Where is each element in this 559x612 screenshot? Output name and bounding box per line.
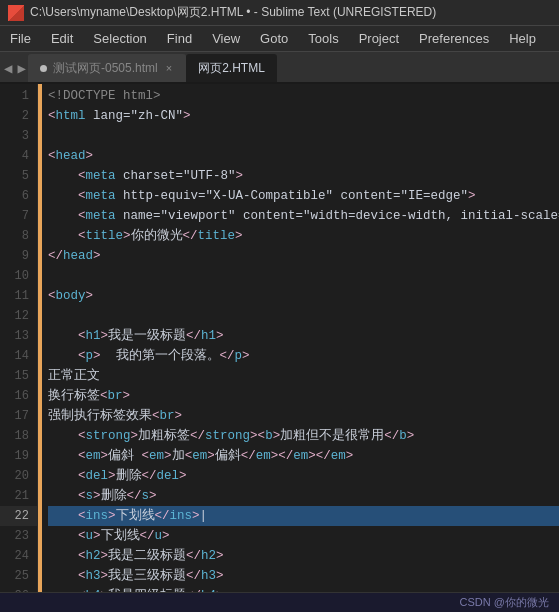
- app-icon: [8, 5, 24, 21]
- line-number-6: 6: [0, 186, 37, 206]
- menu-item-project[interactable]: Project: [349, 26, 409, 51]
- line-gutter: 1234567891011121314151617181920212223242…: [0, 84, 38, 592]
- menu-item-find[interactable]: Find: [157, 26, 202, 51]
- line-number-12: 12: [0, 306, 37, 326]
- title-text: C:\Users\myname\Desktop\网页2.HTML • - Sub…: [30, 4, 436, 21]
- line-number-15: 15: [0, 366, 37, 386]
- title-bar: C:\Users\myname\Desktop\网页2.HTML • - Sub…: [0, 0, 559, 26]
- editor-wrapper: 1234567891011121314151617181920212223242…: [0, 84, 559, 592]
- tab-modified-dot: [40, 65, 47, 72]
- code-line-25: <h3>我是三级标题</h3>: [48, 566, 559, 586]
- code-line-16: 换行标签<br>: [48, 386, 559, 406]
- line-number-20: 20: [0, 466, 37, 486]
- line-number-1: 1: [0, 86, 37, 106]
- tab-close-button[interactable]: ×: [164, 60, 174, 76]
- line-number-7: 7: [0, 206, 37, 226]
- nav-arrows: ◀ ▶: [2, 54, 28, 82]
- code-line-3: [48, 126, 559, 146]
- line-number-25: 25: [0, 566, 37, 586]
- menu-bar: FileEditSelectionFindViewGotoToolsProjec…: [0, 26, 559, 52]
- code-line-4: <head>: [48, 146, 559, 166]
- menu-item-goto[interactable]: Goto: [250, 26, 298, 51]
- menu-item-view[interactable]: View: [202, 26, 250, 51]
- line-number-18: 18: [0, 426, 37, 446]
- line-number-19: 19: [0, 446, 37, 466]
- code-line-24: <h2>我是二级标题</h2>: [48, 546, 559, 566]
- code-line-21: <s>删除</s>: [48, 486, 559, 506]
- line-number-2: 2: [0, 106, 37, 126]
- code-line-15: 正常正文: [48, 366, 559, 386]
- nav-left-arrow[interactable]: ◀: [2, 60, 14, 77]
- code-line-22: <ins>下划线</ins>|: [48, 506, 559, 526]
- code-area[interactable]: <!DOCTYPE html><html lang="zh-CN"> <head…: [42, 84, 559, 592]
- line-number-22: 22: [0, 506, 37, 526]
- line-number-3: 3: [0, 126, 37, 146]
- code-line-13: <h1>我是一级标题</h1>: [48, 326, 559, 346]
- code-line-11: <body>: [48, 286, 559, 306]
- line-number-26: 26: [0, 586, 37, 592]
- code-line-2: <html lang="zh-CN">: [48, 106, 559, 126]
- line-number-14: 14: [0, 346, 37, 366]
- code-line-6: <meta http-equiv="X-UA-Compatible" conte…: [48, 186, 559, 206]
- status-text: CSDN @你的微光: [460, 595, 549, 610]
- line-number-23: 23: [0, 526, 37, 546]
- line-number-24: 24: [0, 546, 37, 566]
- code-line-8: <title>你的微光</title>: [48, 226, 559, 246]
- code-line-12: [48, 306, 559, 326]
- tab-1[interactable]: 网页2.HTML: [186, 54, 277, 82]
- code-line-5: <meta charset="UTF-8">: [48, 166, 559, 186]
- line-number-13: 13: [0, 326, 37, 346]
- code-line-7: <meta name="viewport" content="width=dev…: [48, 206, 559, 226]
- line-number-11: 11: [0, 286, 37, 306]
- line-number-9: 9: [0, 246, 37, 266]
- line-number-8: 8: [0, 226, 37, 246]
- code-line-1: <!DOCTYPE html>: [48, 86, 559, 106]
- menu-item-preferences[interactable]: Preferences: [409, 26, 499, 51]
- line-number-21: 21: [0, 486, 37, 506]
- code-line-17: 强制执行标签效果<br>: [48, 406, 559, 426]
- status-bar: CSDN @你的微光: [0, 592, 559, 612]
- menu-item-selection[interactable]: Selection: [83, 26, 156, 51]
- tab-label: 网页2.HTML: [198, 60, 265, 77]
- menu-item-help[interactable]: Help: [499, 26, 546, 51]
- tab-label: 测试网页-0505.html: [53, 60, 158, 77]
- tab-0[interactable]: 测试网页-0505.html×: [28, 54, 186, 82]
- code-line-10: [48, 266, 559, 286]
- code-line-23: <u>下划线</u>: [48, 526, 559, 546]
- line-number-16: 16: [0, 386, 37, 406]
- code-line-26: <h4>我是四级标题</h4>: [48, 586, 559, 592]
- menu-item-edit[interactable]: Edit: [41, 26, 83, 51]
- code-line-20: <del>删除</del>: [48, 466, 559, 486]
- code-line-14: <p> 我的第一个段落。</p>: [48, 346, 559, 366]
- code-line-18: <strong>加粗标签</strong><b>加粗但不是很常用</b>: [48, 426, 559, 446]
- line-number-4: 4: [0, 146, 37, 166]
- code-line-9: </head>: [48, 246, 559, 266]
- tab-bar: ◀ ▶ 测试网页-0505.html×网页2.HTML: [0, 52, 559, 84]
- line-number-5: 5: [0, 166, 37, 186]
- menu-item-tools[interactable]: Tools: [298, 26, 348, 51]
- line-number-10: 10: [0, 266, 37, 286]
- line-number-17: 17: [0, 406, 37, 426]
- code-line-19: <em>偏斜 <em>加<em>偏斜</em></em></em>: [48, 446, 559, 466]
- nav-right-arrow[interactable]: ▶: [15, 60, 27, 77]
- menu-item-file[interactable]: File: [0, 26, 41, 51]
